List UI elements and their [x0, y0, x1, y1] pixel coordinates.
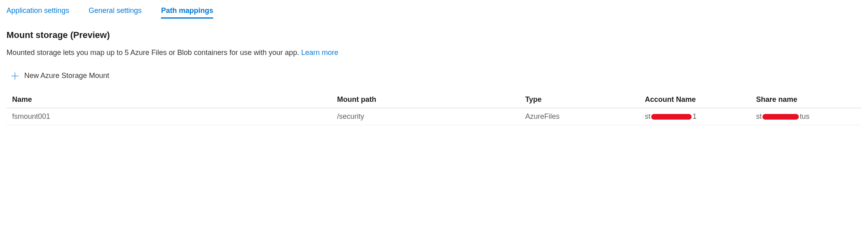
column-header-type[interactable]: Type — [519, 91, 639, 108]
plus-icon — [11, 72, 19, 80]
table-row[interactable]: fsmount001 /security AzureFiles st1 sttu… — [6, 108, 862, 125]
cell-share-name: sttus — [750, 108, 862, 125]
learn-more-link[interactable]: Learn more — [301, 48, 338, 57]
column-header-account-name[interactable]: Account Name — [639, 91, 750, 108]
share-name-prefix: st — [756, 112, 762, 121]
redaction-mark — [651, 114, 692, 120]
column-header-mount-path[interactable]: Mount path — [331, 91, 519, 108]
storage-mounts-table: Name Mount path Type Account Name Share … — [6, 91, 862, 125]
column-header-share-name[interactable]: Share name — [750, 91, 862, 108]
new-storage-mount-button[interactable]: New Azure Storage Mount — [11, 72, 862, 80]
section-heading: Mount storage (Preview) — [6, 30, 862, 40]
share-name-suffix: tus — [800, 112, 809, 121]
cell-account-name: st1 — [639, 108, 750, 125]
cell-mount-path: /security — [331, 108, 519, 125]
tabs-bar: Application settings General settings Pa… — [6, 6, 862, 19]
section-description: Mounted storage lets you map up to 5 Azu… — [6, 48, 862, 57]
redaction-mark — [762, 114, 799, 120]
new-storage-mount-label: New Azure Storage Mount — [24, 72, 109, 80]
account-name-prefix: st — [645, 112, 650, 121]
cell-type: AzureFiles — [519, 108, 639, 125]
description-text: Mounted storage lets you map up to 5 Azu… — [6, 48, 301, 57]
tab-general-settings[interactable]: General settings — [89, 6, 142, 19]
cell-name: fsmount001 — [6, 108, 331, 125]
account-name-suffix: 1 — [692, 112, 697, 121]
tab-path-mappings[interactable]: Path mappings — [161, 6, 213, 19]
tab-application-settings[interactable]: Application settings — [6, 6, 69, 19]
column-header-name[interactable]: Name — [6, 91, 331, 108]
